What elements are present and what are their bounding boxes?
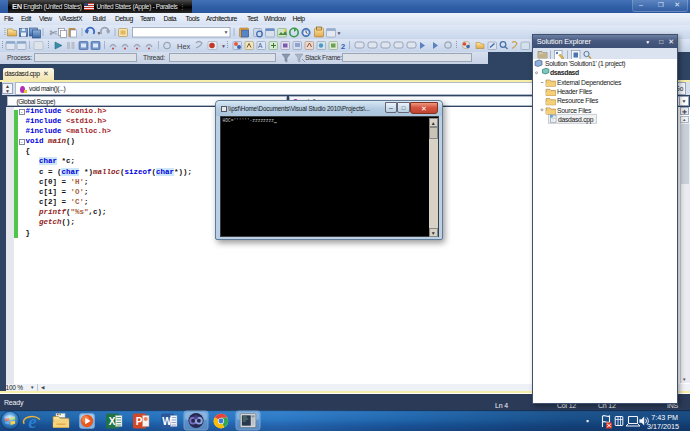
- svg-text:▼: ▼: [221, 43, 226, 49]
- svg-text:7:43 PM: 7:43 PM: [651, 413, 678, 422]
- svg-text:▼: ▼: [224, 29, 229, 35]
- svg-text:X: X: [109, 416, 116, 427]
- svg-text:W: W: [162, 416, 172, 427]
- svg-text:3/17/2015: 3/17/2015: [647, 422, 679, 431]
- svg-text:2: 2: [341, 42, 345, 51]
- svg-text:✄: ✄: [50, 28, 58, 38]
- svg-text:P: P: [136, 416, 143, 427]
- svg-text:Hex: Hex: [177, 42, 191, 51]
- svg-text:A: A: [258, 42, 263, 49]
- svg-text:e: e: [28, 411, 37, 431]
- svg-text:▼: ▼: [337, 30, 342, 36]
